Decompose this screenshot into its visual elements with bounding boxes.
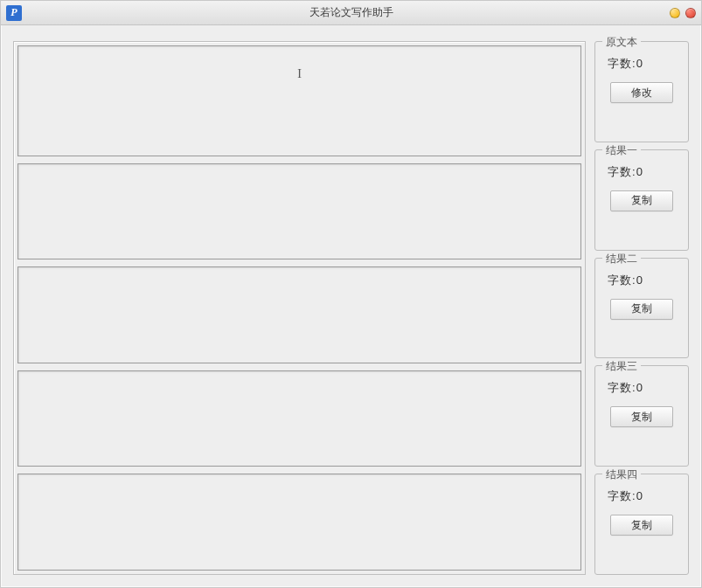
result-3-input[interactable] [18,371,580,467]
count-prefix: 字数: [608,57,636,70]
window-controls [670,8,696,18]
count-prefix: 字数: [608,381,636,394]
text-panels-column: I [13,41,586,575]
panel-result-2: 结果二 字数:0 复制 [594,258,689,359]
count-line: 字数:0 [602,267,681,288]
original-text-input[interactable] [18,46,580,156]
count-line: 字数:0 [602,51,681,72]
panel-legend: 结果四 [602,467,641,482]
count-value: 0 [636,489,643,502]
count-prefix: 字数: [608,273,636,287]
result-1-wrap [17,163,581,260]
count-value: 0 [636,57,643,70]
minimize-button[interactable] [670,8,680,18]
panel-result-3: 结果三 字数:0 复制 [594,365,689,467]
panel-legend: 原文本 [602,35,641,50]
result-4-wrap [17,474,581,571]
count-line: 字数:0 [602,375,681,396]
copy-button[interactable]: 复制 [610,190,673,211]
panel-legend: 结果三 [602,359,641,374]
result-4-input[interactable] [18,474,580,570]
titlebar[interactable]: P 天若论文写作助手 [1,1,701,25]
result-1-input[interactable] [18,164,580,259]
result-2-wrap [17,266,581,363]
count-value: 0 [636,273,643,287]
panel-result-4: 结果四 字数:0 复制 [594,474,689,575]
result-3-wrap [17,370,581,467]
copy-button[interactable]: 复制 [610,406,673,427]
panel-legend: 结果二 [602,252,641,266]
count-prefix: 字数: [608,489,636,502]
count-value: 0 [636,381,643,394]
side-panels-column: 原文本 字数:0 修改 结果一 字数:0 复制 结果二 字数:0 复制 [594,41,689,575]
panel-result-1: 结果一 字数:0 复制 [594,149,689,251]
count-prefix: 字数: [608,165,636,178]
original-text-wrap: I [17,45,581,156]
window-title: 天若论文写作助手 [1,5,701,20]
count-line: 字数:0 [602,159,681,180]
count-value: 0 [636,165,643,178]
app-icon: P [6,5,22,21]
app-window: P 天若论文写作助手 I [0,0,702,588]
content-area: I 原文本 字数:0 修改 结 [1,25,701,587]
panel-original: 原文本 字数:0 修改 [594,41,689,142]
result-2-input[interactable] [18,267,580,363]
close-button[interactable] [685,8,696,18]
copy-button[interactable]: 复制 [610,515,673,536]
count-line: 字数:0 [602,483,681,504]
copy-button[interactable]: 复制 [610,299,673,320]
modify-button[interactable]: 修改 [610,82,673,103]
app-icon-letter: P [10,6,17,19]
panel-legend: 结果一 [602,143,641,158]
